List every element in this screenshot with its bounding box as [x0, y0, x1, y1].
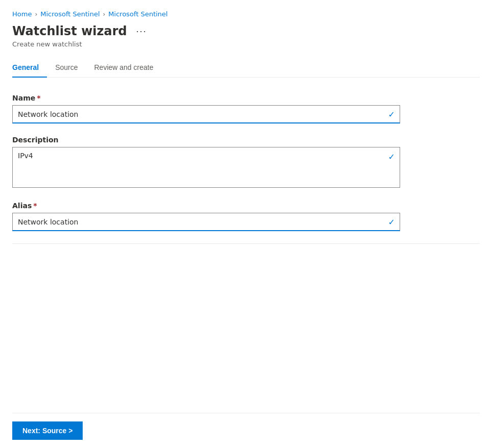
tab-general[interactable]: General	[12, 58, 47, 78]
alias-input[interactable]	[12, 213, 400, 231]
breadcrumb-sentinel-1[interactable]: Microsoft Sentinel	[40, 10, 100, 18]
section-divider	[12, 243, 480, 244]
page-subtitle: Create new watchlist	[12, 40, 480, 48]
breadcrumb-sep-2: ›	[103, 11, 106, 18]
tab-source[interactable]: Source	[55, 58, 86, 78]
form-content: Name * ✓ Description IPv4 ✓ Alias *	[12, 78, 480, 413]
description-field-group: Description IPv4 ✓	[12, 136, 400, 189]
alias-input-wrapper: ✓	[12, 213, 400, 231]
more-options-button[interactable]: ···	[133, 25, 150, 38]
next-source-button[interactable]: Next: Source >	[12, 421, 83, 440]
breadcrumb-sep-1: ›	[35, 11, 37, 18]
description-input[interactable]: IPv4	[12, 147, 400, 188]
tabs-container: General Source Review and create	[12, 58, 480, 78]
breadcrumb-home[interactable]: Home	[12, 10, 32, 18]
name-input-wrapper: ✓	[12, 105, 400, 123]
page-title: Watchlist wizard	[12, 24, 127, 38]
breadcrumb: Home › Microsoft Sentinel › Microsoft Se…	[12, 10, 480, 18]
breadcrumb-sentinel-2[interactable]: Microsoft Sentinel	[108, 10, 167, 18]
alias-required-star: *	[33, 202, 37, 210]
footer: Next: Source >	[12, 413, 480, 448]
page-header: Watchlist wizard ···	[12, 24, 480, 38]
name-label: Name *	[12, 94, 400, 102]
name-input[interactable]	[12, 105, 400, 123]
alias-field-group: Alias * ✓	[12, 202, 400, 231]
name-required-star: *	[37, 94, 40, 102]
alias-label: Alias *	[12, 202, 400, 210]
tab-review-and-create[interactable]: Review and create	[94, 58, 162, 78]
description-input-wrapper: IPv4 ✓	[12, 147, 400, 189]
name-field-group: Name * ✓	[12, 94, 400, 123]
description-label: Description	[12, 136, 400, 144]
page-container: Home › Microsoft Sentinel › Microsoft Se…	[0, 0, 492, 448]
